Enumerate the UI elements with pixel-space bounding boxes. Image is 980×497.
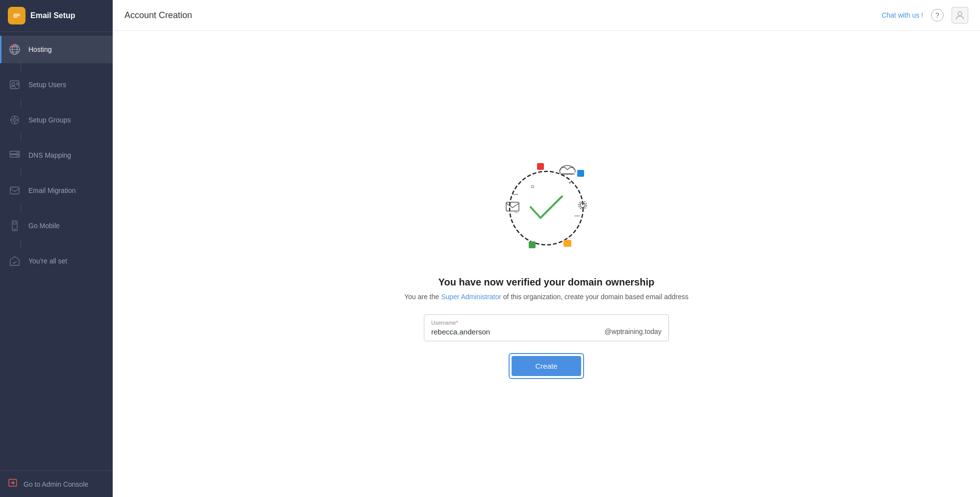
svg-point-29: [958, 12, 962, 16]
domain-suffix: @wptraining.today: [605, 328, 662, 335]
sidebar-item-youre-all-set[interactable]: You're all set: [0, 247, 113, 275]
admin-console-label: Go to Admin Console: [24, 480, 88, 488]
sidebar-header: Email Setup: [0, 0, 113, 32]
app-logo: [8, 7, 25, 24]
svg-point-44: [569, 182, 571, 184]
youre-all-set-icon: [8, 254, 22, 268]
sidebar-item-setup-groups[interactable]: Setup Groups: [0, 106, 113, 134]
svg-point-21: [16, 152, 17, 153]
sidebar-item-dns-mapping-label: DNS Mapping: [28, 151, 71, 159]
setup-groups-icon: [8, 113, 22, 127]
sidebar-item-setup-users-label: Setup Users: [28, 81, 66, 89]
app-title: Email Setup: [30, 11, 75, 20]
subtitle-post: of this organization, create your domain…: [501, 293, 688, 301]
sidebar-item-go-mobile-label: Go Mobile: [28, 222, 60, 230]
svg-rect-41: [529, 241, 536, 248]
go-mobile-icon: [8, 219, 22, 233]
content-area: You have now verified your domain owners…: [113, 31, 980, 497]
topbar-right: Chat with us ! ?: [882, 7, 968, 24]
svg-rect-34: [561, 170, 575, 174]
sidebar: Email Setup www Hosting: [0, 0, 113, 497]
svg-point-30: [510, 171, 583, 245]
subtitle-pre: You are the: [404, 293, 441, 301]
admin-console-icon: [8, 478, 18, 490]
svg-point-43: [532, 185, 534, 188]
svg-point-20: [18, 152, 19, 153]
sidebar-item-setup-users[interactable]: Setup Users: [0, 71, 113, 98]
help-icon[interactable]: ?: [931, 9, 944, 22]
topbar: Account Creation Chat with us ! ?: [113, 0, 980, 31]
go-to-admin-console-button[interactable]: Go to Admin Console: [0, 471, 113, 497]
sidebar-item-hosting[interactable]: www Hosting: [0, 36, 113, 63]
svg-rect-27: [13, 222, 16, 224]
sidebar-item-email-migration-label: Email Migration: [28, 187, 75, 194]
setup-users-icon: [8, 78, 22, 92]
verified-subtitle: You are the Super Administrator of this …: [404, 293, 688, 301]
username-value[interactable]: rebecca.anderson: [431, 328, 490, 336]
hosting-icon: www: [8, 43, 22, 56]
svg-rect-38: [506, 202, 519, 211]
svg-point-22: [18, 156, 19, 157]
create-button-wrapper: Create: [509, 353, 584, 379]
svg-point-23: [16, 156, 17, 157]
username-field-wrapper: Username* rebecca.anderson @wptraining.t…: [424, 314, 669, 341]
chat-link[interactable]: Chat with us !: [882, 11, 923, 19]
create-button[interactable]: Create: [512, 356, 581, 376]
sidebar-nav: www Hosting Setup Users: [0, 32, 113, 471]
super-admin-link[interactable]: Super Administrator: [441, 293, 501, 301]
sidebar-item-dns-mapping[interactable]: DNS Mapping: [0, 142, 113, 169]
svg-rect-36: [537, 163, 544, 170]
avatar[interactable]: [952, 7, 968, 24]
svg-rect-42: [564, 240, 571, 247]
verified-title: You have now verified your domain owners…: [439, 277, 655, 288]
dns-mapping-icon: [8, 148, 22, 162]
main-content: Account Creation Chat with us ! ?: [113, 0, 980, 497]
svg-point-9: [12, 83, 15, 86]
svg-rect-37: [577, 170, 584, 177]
sidebar-item-hosting-label: Hosting: [28, 46, 51, 53]
email-migration-icon: [8, 184, 22, 197]
svg-text:www: www: [12, 45, 16, 47]
sidebar-item-youre-all-set-label: You're all set: [28, 257, 67, 265]
username-row: rebecca.anderson @wptraining.today: [431, 328, 662, 336]
sidebar-item-go-mobile[interactable]: Go Mobile: [0, 212, 113, 239]
svg-point-13: [13, 118, 16, 121]
username-label: Username*: [431, 320, 662, 326]
svg-rect-24: [10, 187, 19, 194]
page-title: Account Creation: [124, 10, 192, 21]
sidebar-item-email-migration[interactable]: Email Migration: [0, 177, 113, 204]
sidebar-item-setup-groups-label: Setup Groups: [28, 116, 71, 124]
verified-illustration: [488, 149, 605, 267]
